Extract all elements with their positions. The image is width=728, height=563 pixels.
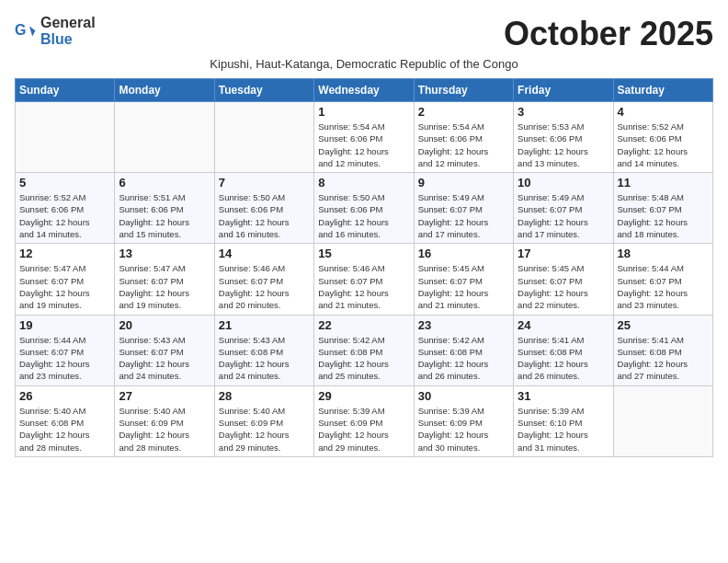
calendar-week-5: 26Sunrise: 5:40 AM Sunset: 6:08 PM Dayli… (16, 385, 713, 456)
calendar-day-4: 4Sunrise: 5:52 AM Sunset: 6:06 PM Daylig… (613, 102, 712, 173)
day-number: 14 (219, 247, 310, 260)
day-number: 30 (418, 389, 509, 403)
calendar-week-4: 19Sunrise: 5:44 AM Sunset: 6:07 PM Dayli… (16, 315, 713, 385)
calendar-day-22: 22Sunrise: 5:42 AM Sunset: 6:08 PM Dayli… (314, 315, 414, 385)
day-info: Sunrise: 5:54 AM Sunset: 6:06 PM Dayligh… (318, 121, 409, 169)
calendar-table: SundayMondayTuesdayWednesdayThursdayFrid… (15, 78, 713, 457)
calendar-day-20: 20Sunrise: 5:43 AM Sunset: 6:07 PM Dayli… (115, 315, 214, 385)
day-info: Sunrise: 5:43 AM Sunset: 6:08 PM Dayligh… (219, 334, 310, 383)
day-info: Sunrise: 5:52 AM Sunset: 6:06 PM Dayligh… (19, 191, 110, 240)
day-number: 4 (618, 105, 709, 119)
calendar-day-13: 13Sunrise: 5:47 AM Sunset: 6:07 PM Dayli… (115, 244, 214, 315)
day-info: Sunrise: 5:41 AM Sunset: 6:08 PM Dayligh… (618, 334, 709, 383)
calendar-day-23: 23Sunrise: 5:42 AM Sunset: 6:08 PM Dayli… (414, 315, 513, 385)
day-number: 15 (318, 247, 409, 260)
calendar-day-30: 30Sunrise: 5:39 AM Sunset: 6:09 PM Dayli… (414, 385, 513, 456)
logo: G General Blue (15, 15, 96, 48)
day-info: Sunrise: 5:47 AM Sunset: 6:07 PM Dayligh… (119, 262, 210, 311)
calendar-day-27: 27Sunrise: 5:40 AM Sunset: 6:09 PM Dayli… (115, 385, 214, 456)
empty-cell (16, 102, 115, 173)
day-number: 7 (219, 176, 310, 190)
day-info: Sunrise: 5:47 AM Sunset: 6:07 PM Dayligh… (19, 262, 110, 311)
day-number: 17 (518, 247, 609, 260)
day-info: Sunrise: 5:42 AM Sunset: 6:08 PM Dayligh… (318, 334, 409, 383)
calendar-day-17: 17Sunrise: 5:45 AM Sunset: 6:07 PM Dayli… (514, 244, 613, 315)
day-info: Sunrise: 5:40 AM Sunset: 6:09 PM Dayligh… (219, 405, 310, 454)
day-info: Sunrise: 5:40 AM Sunset: 6:09 PM Dayligh… (119, 405, 210, 454)
day-info: Sunrise: 5:46 AM Sunset: 6:07 PM Dayligh… (318, 262, 409, 311)
day-number: 8 (318, 176, 409, 190)
day-number: 29 (318, 389, 409, 403)
day-info: Sunrise: 5:44 AM Sunset: 6:07 PM Dayligh… (618, 262, 709, 311)
logo-general: General (40, 15, 96, 30)
day-number: 13 (119, 247, 210, 260)
day-number: 22 (318, 318, 409, 332)
calendar-week-1: 1Sunrise: 5:54 AM Sunset: 6:06 PM Daylig… (16, 102, 713, 173)
calendar-day-14: 14Sunrise: 5:46 AM Sunset: 6:07 PM Dayli… (214, 244, 313, 315)
day-number: 16 (418, 247, 509, 260)
day-info: Sunrise: 5:48 AM Sunset: 6:07 PM Dayligh… (618, 191, 709, 240)
calendar-week-3: 12Sunrise: 5:47 AM Sunset: 6:07 PM Dayli… (16, 244, 713, 315)
calendar-day-1: 1Sunrise: 5:54 AM Sunset: 6:06 PM Daylig… (314, 102, 414, 173)
calendar-day-5: 5Sunrise: 5:52 AM Sunset: 6:06 PM Daylig… (16, 173, 115, 244)
calendar-day-11: 11Sunrise: 5:48 AM Sunset: 6:07 PM Dayli… (613, 173, 712, 244)
day-info: Sunrise: 5:51 AM Sunset: 6:06 PM Dayligh… (119, 191, 210, 240)
day-info: Sunrise: 5:49 AM Sunset: 6:07 PM Dayligh… (418, 191, 509, 240)
calendar-day-15: 15Sunrise: 5:46 AM Sunset: 6:07 PM Dayli… (314, 244, 414, 315)
day-number: 3 (518, 105, 609, 119)
day-info: Sunrise: 5:39 AM Sunset: 6:09 PM Dayligh… (418, 405, 509, 454)
calendar-day-7: 7Sunrise: 5:50 AM Sunset: 6:06 PM Daylig… (214, 173, 313, 244)
calendar-day-28: 28Sunrise: 5:40 AM Sunset: 6:09 PM Dayli… (214, 385, 313, 456)
day-number: 27 (119, 389, 210, 403)
weekday-header-friday: Friday (514, 79, 613, 102)
day-info: Sunrise: 5:49 AM Sunset: 6:07 PM Dayligh… (518, 191, 609, 240)
calendar-subtitle: Kipushi, Haut-Katanga, Democratic Republ… (15, 57, 713, 71)
day-info: Sunrise: 5:45 AM Sunset: 6:07 PM Dayligh… (518, 262, 609, 311)
day-info: Sunrise: 5:52 AM Sunset: 6:06 PM Dayligh… (618, 121, 709, 169)
calendar-week-2: 5Sunrise: 5:52 AM Sunset: 6:06 PM Daylig… (16, 173, 713, 244)
calendar-day-9: 9Sunrise: 5:49 AM Sunset: 6:07 PM Daylig… (414, 173, 513, 244)
day-number: 26 (19, 389, 110, 403)
day-info: Sunrise: 5:53 AM Sunset: 6:06 PM Dayligh… (518, 121, 609, 169)
day-number: 18 (618, 247, 709, 260)
calendar-day-10: 10Sunrise: 5:49 AM Sunset: 6:07 PM Dayli… (514, 173, 613, 244)
empty-cell (115, 102, 214, 173)
weekday-header-sunday: Sunday (16, 79, 115, 102)
calendar-day-26: 26Sunrise: 5:40 AM Sunset: 6:08 PM Dayli… (16, 385, 115, 456)
svg-text:G: G (15, 22, 26, 38)
day-info: Sunrise: 5:43 AM Sunset: 6:07 PM Dayligh… (119, 334, 210, 383)
calendar-day-25: 25Sunrise: 5:41 AM Sunset: 6:08 PM Dayli… (613, 315, 712, 385)
calendar-day-2: 2Sunrise: 5:54 AM Sunset: 6:06 PM Daylig… (414, 102, 513, 173)
calendar-title: October 2025 (504, 15, 713, 53)
day-number: 25 (618, 318, 709, 332)
day-info: Sunrise: 5:46 AM Sunset: 6:07 PM Dayligh… (219, 262, 310, 311)
calendar-day-31: 31Sunrise: 5:39 AM Sunset: 6:10 PM Dayli… (514, 385, 613, 456)
weekday-header-saturday: Saturday (613, 79, 712, 102)
calendar-day-3: 3Sunrise: 5:53 AM Sunset: 6:06 PM Daylig… (514, 102, 613, 173)
svg-marker-1 (29, 26, 35, 36)
empty-cell (613, 385, 712, 456)
day-number: 24 (518, 318, 609, 332)
day-number: 2 (418, 105, 509, 119)
calendar-day-24: 24Sunrise: 5:41 AM Sunset: 6:08 PM Dayli… (514, 315, 613, 385)
calendar-day-16: 16Sunrise: 5:45 AM Sunset: 6:07 PM Dayli… (414, 244, 513, 315)
calendar-day-19: 19Sunrise: 5:44 AM Sunset: 6:07 PM Dayli… (16, 315, 115, 385)
calendar-day-6: 6Sunrise: 5:51 AM Sunset: 6:06 PM Daylig… (115, 173, 214, 244)
day-number: 21 (219, 318, 310, 332)
day-info: Sunrise: 5:40 AM Sunset: 6:08 PM Dayligh… (19, 405, 110, 454)
weekday-header-monday: Monday (115, 79, 214, 102)
day-info: Sunrise: 5:50 AM Sunset: 6:06 PM Dayligh… (318, 191, 409, 240)
day-number: 6 (119, 176, 210, 190)
day-info: Sunrise: 5:54 AM Sunset: 6:06 PM Dayligh… (418, 121, 509, 169)
weekday-header-thursday: Thursday (414, 79, 513, 102)
calendar-day-21: 21Sunrise: 5:43 AM Sunset: 6:08 PM Dayli… (214, 315, 313, 385)
day-number: 10 (518, 176, 609, 190)
day-number: 5 (19, 176, 110, 190)
weekday-header-wednesday: Wednesday (314, 79, 414, 102)
calendar-day-29: 29Sunrise: 5:39 AM Sunset: 6:09 PM Dayli… (314, 385, 414, 456)
weekday-header-row: SundayMondayTuesdayWednesdayThursdayFrid… (16, 79, 713, 102)
day-number: 19 (19, 318, 110, 332)
day-number: 9 (418, 176, 509, 190)
day-number: 12 (19, 247, 110, 260)
weekday-header-tuesday: Tuesday (214, 79, 313, 102)
